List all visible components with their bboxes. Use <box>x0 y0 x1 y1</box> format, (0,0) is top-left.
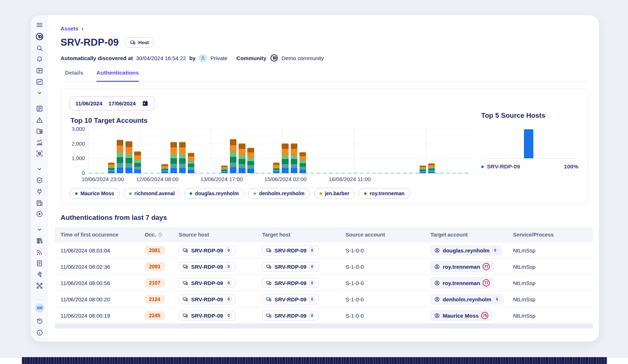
sidebar-deception-icon[interactable] <box>36 271 44 279</box>
stacked-bar <box>282 143 288 173</box>
sidebar-topology-icon[interactable] <box>36 282 44 290</box>
sidebar-reports-icon[interactable] <box>36 105 44 113</box>
sidebar-chevron-2-icon[interactable] <box>36 165 44 173</box>
source-host-chip[interactable]: SRV-RDP-090 <box>179 311 235 321</box>
sidebar-feed-icon[interactable] <box>36 248 44 256</box>
table-row[interactable]: 11/06/2024 08:00:562107SRV-RDP-090SRV-RD… <box>55 275 593 291</box>
table-section-title: Authentications from last 7 days <box>61 214 588 222</box>
table-row[interactable]: 11/06/2024 08:03:042081SRV-RDP-090SRV-RD… <box>55 242 593 259</box>
target-account-chip[interactable]: douglas.reynholm0 <box>430 246 502 255</box>
x-tick-label: 16/06/2024 11:00 <box>329 176 371 182</box>
target-account-chip[interactable]: roy.trenneman77 <box>430 261 493 272</box>
target-host-chip[interactable]: SRV-RDP-090 <box>262 278 319 288</box>
sidebar-security-icon[interactable] <box>36 176 44 184</box>
legend-chip-richmond-avenal[interactable]: richmond.avenal <box>124 188 180 199</box>
by-label: by <box>189 55 196 61</box>
sidebar-integrations-icon[interactable] <box>36 188 44 196</box>
bar-segment-douglas-reynholm <box>299 163 306 167</box>
host-type-badge[interactable]: Host <box>125 37 154 48</box>
column-header-source-account: Source account <box>346 232 430 238</box>
table-row[interactable]: 11/06/2024 08:02:362093SRV-RDP-090SRV-RD… <box>55 259 593 275</box>
sidebar-folder-history-icon[interactable] <box>36 127 44 135</box>
table-row[interactable]: 11/06/2024 08:00:192245SRV-RDP-090SRV-RD… <box>55 307 593 324</box>
legend-chip-denholm-reynholm[interactable]: denholm.reynholm <box>248 188 310 199</box>
sidebar-alerts-icon[interactable] <box>36 116 44 124</box>
sidebar-dashboards-icon[interactable] <box>36 78 44 86</box>
bar-segment-roy-trenneman <box>179 142 186 148</box>
bar-segment-denholm-reynholm <box>247 158 254 161</box>
calendar-icon[interactable] <box>142 100 149 107</box>
account-name: Maurice Moss <box>443 313 479 319</box>
stacked-bar <box>428 163 435 173</box>
time-cell: 11/06/2024 08:00:19 <box>61 313 145 319</box>
account-name: roy.trenneman <box>443 280 480 286</box>
legend-dot <box>364 192 367 195</box>
bar-segment-jen-barber <box>117 146 123 152</box>
column-header-label: Target host <box>262 232 290 238</box>
target-host-chip[interactable]: SRV-RDP-090 <box>262 294 319 304</box>
table-row[interactable]: 11/06/2024 08:00:202124SRV-RDP-090SRV-RD… <box>55 291 593 307</box>
sidebar-asset-scan-icon[interactable] <box>36 150 44 158</box>
stacked-bar <box>230 139 236 173</box>
sidebar-layout-icon[interactable] <box>36 67 44 75</box>
occ-info-icon[interactable] <box>158 232 163 237</box>
info-icon[interactable] <box>36 329 44 336</box>
source-hosts-legend: SRV-RDP-09 100% <box>481 163 578 170</box>
sidebar-chevron-1-icon[interactable] <box>36 89 44 97</box>
host-icon <box>182 313 189 319</box>
user-avatar[interactable]: AM <box>35 304 44 313</box>
target-account-chip[interactable]: roy.trenneman77 <box>430 277 493 288</box>
occ-cell: 2081 <box>145 246 179 255</box>
sidebar-analytics-icon[interactable] <box>36 138 44 146</box>
sidebar-playbooks-icon[interactable] <box>36 210 44 218</box>
bar-segment-roy-trenneman <box>125 142 132 147</box>
y-tick-label: 1,000 <box>72 155 85 161</box>
legend-chip-maurice-moss[interactable]: Maurice Moss <box>70 188 120 199</box>
bar-segment-richmond-avenal <box>247 165 254 169</box>
app-window: AM Assets › SRV-RDP-09 Host Automaticall… <box>31 15 599 342</box>
sidebar-chevron-3-icon[interactable] <box>36 226 44 234</box>
target-account-chip[interactable]: Maurice Moss75 <box>430 310 492 321</box>
target-host-chip[interactable]: SRV-RDP-090 <box>262 311 319 321</box>
bar-segment-maurice-moss <box>282 168 288 173</box>
source-host-chip[interactable]: SRV-RDP-090 <box>179 246 235 255</box>
sidebar-search-icon[interactable] <box>36 44 44 52</box>
legend-chip-douglas-reynholm[interactable]: douglas.reynholm <box>184 188 244 199</box>
legend-chip-jen-barber[interactable]: jen.barber <box>314 188 355 199</box>
source-host-cell: SRV-RDP-090 <box>179 294 262 304</box>
breadcrumb-assets-link[interactable]: Assets <box>61 25 78 32</box>
x-tick-label: 13/06/2024 17:00 <box>201 176 243 182</box>
sidebar-menu-icon[interactable] <box>36 21 44 29</box>
tab-authentications[interactable]: Authentications <box>96 70 139 82</box>
legend-label: richmond.avenal <box>135 191 175 196</box>
source-account-cell: S-1-0-0 <box>346 247 430 254</box>
date-to[interactable]: 17/06/2024 <box>108 100 136 106</box>
host-icon <box>182 280 189 286</box>
target-host-chip[interactable]: SRV-RDP-090 <box>262 262 319 272</box>
bar-segment-maurice-moss <box>188 170 194 173</box>
source-host-chip[interactable]: SRV-RDP-090 <box>179 278 235 288</box>
target-host-chip[interactable]: SRV-RDP-090 <box>262 246 319 255</box>
h-gridline <box>89 158 471 159</box>
host-badge: 0 <box>226 280 232 286</box>
bar-segment-denholm-reynholm <box>291 155 297 159</box>
tab-details[interactable]: Details <box>65 70 83 81</box>
column-header-target-host: Target host <box>262 232 346 238</box>
sidebar-organization-icon[interactable] <box>36 199 44 207</box>
service-cell: NtLmSsp <box>513 247 593 254</box>
date-range-picker[interactable]: 11/06/2024 17/06/2024 <box>70 96 154 110</box>
target-account-chip[interactable]: denholm.reynholm0 <box>430 294 504 304</box>
sidebar-documents-icon[interactable] <box>36 259 44 267</box>
host-badge: 0 <box>226 247 232 254</box>
source-host-chip[interactable]: SRV-RDP-090 <box>179 294 235 304</box>
bar-segment-douglas-reynholm <box>239 159 245 164</box>
column-header-label: Occ. <box>145 232 156 238</box>
target-host-cell: SRV-RDP-090 <box>262 246 346 255</box>
legend-chip-roy-trenneman[interactable]: roy.trenneman <box>359 188 410 199</box>
sidebar-logo-icon[interactable] <box>35 32 44 41</box>
history-icon[interactable] <box>36 317 44 325</box>
sidebar-notifications-icon[interactable] <box>36 55 44 63</box>
date-from[interactable]: 11/06/2024 <box>75 100 102 106</box>
sidebar-library-icon[interactable] <box>36 237 44 245</box>
source-host-chip[interactable]: SRV-RDP-090 <box>179 262 235 272</box>
